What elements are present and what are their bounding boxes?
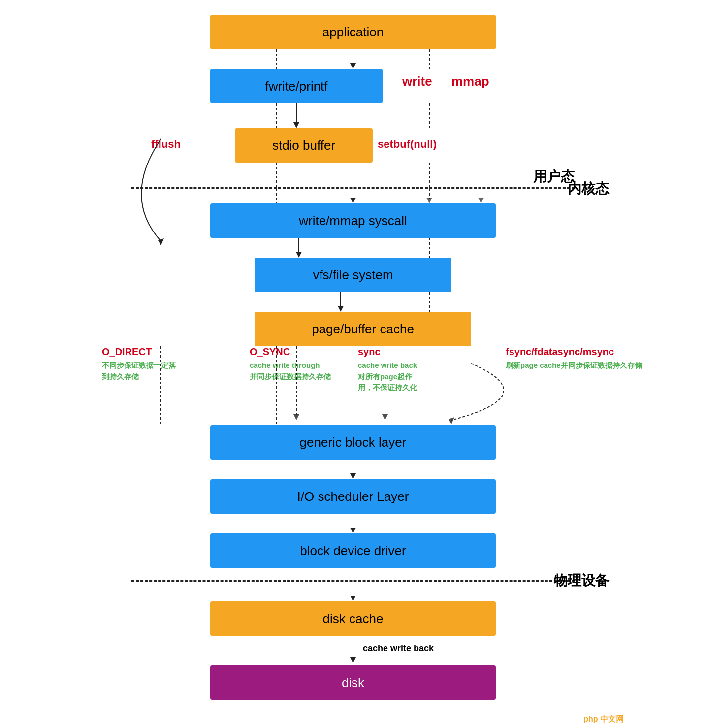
svg-marker-30: [293, 414, 299, 420]
stdio-buffer-block: stdio buffer: [235, 128, 373, 163]
svg-marker-41: [350, 657, 356, 663]
write-label: write: [402, 74, 432, 89]
watermark: php 中文网: [583, 714, 624, 725]
generic-block-layer-block: generic block layer: [210, 425, 496, 460]
vfs-label: vfs/file system: [313, 267, 393, 283]
write-syscall-block: write/mmap syscall: [210, 203, 496, 238]
block-device-block: block device driver: [210, 533, 496, 568]
disk-cache-block: disk cache: [210, 601, 496, 636]
io-scheduler-block: I/O scheduler Layer: [210, 479, 496, 514]
svg-marker-16: [350, 198, 356, 203]
fwrite-block: fwrite/printf: [210, 69, 383, 103]
svg-marker-20: [478, 198, 484, 203]
cache-write-back-bottom-label: cache write back: [363, 643, 434, 654]
fwrite-label: fwrite/printf: [265, 79, 327, 94]
o-direct-label: O_DIRECT: [102, 346, 200, 358]
page-buffer-cache-label: page/buffer cache: [312, 322, 414, 337]
o-direct-annotation: O_DIRECT 不同步保证数据一定落到持久存储: [102, 346, 200, 382]
write-syscall-label: write/mmap syscall: [299, 213, 407, 229]
svg-marker-2: [350, 63, 356, 69]
diagram-container: application fwrite/printf write mmap: [82, 0, 624, 728]
svg-marker-35: [350, 473, 356, 479]
o-sync-label: O_SYNC: [250, 346, 348, 358]
svg-marker-37: [350, 528, 356, 533]
fsync-desc: 刷新page cache并同步保证数据持久存储: [506, 360, 658, 371]
svg-marker-32: [382, 414, 388, 420]
fsync-annotation: fsync/fdatasync/msync 刷新page cache并同步保证数…: [506, 346, 658, 371]
io-scheduler-label: I/O scheduler Layer: [297, 489, 409, 504]
cache-write-back-label: cache write back对所有page起作用，不保证持久化: [358, 360, 447, 394]
generic-block-label: generic block layer: [300, 435, 407, 450]
stdio-buffer-label: stdio buffer: [272, 138, 335, 153]
sync-annotation: sync cache write back对所有page起作用，不保证持久化: [358, 346, 447, 394]
sync-label: sync: [358, 346, 447, 358]
o-sync-annotation: O_SYNC cache write through并同步保证数据持久存储: [250, 346, 348, 382]
svg-marker-25: [338, 306, 344, 312]
cache-write-through-label: cache write through并同步保证数据持久存储: [250, 360, 348, 382]
svg-marker-22: [296, 252, 302, 258]
svg-marker-18: [426, 198, 432, 203]
fsync-label: fsync/fdatasync/msync: [506, 346, 658, 358]
fflush-label: fflush: [151, 138, 181, 151]
disk-cache-label: disk cache: [323, 611, 384, 627]
svg-marker-33: [449, 417, 454, 424]
application-block: application: [210, 15, 496, 49]
application-label: application: [322, 25, 384, 40]
page-buffer-cache-block: page/buffer cache: [255, 312, 471, 346]
disk-block: disk: [210, 665, 496, 700]
vfs-block: vfs/file system: [255, 258, 451, 292]
block-device-label: block device driver: [300, 543, 406, 559]
physical-device-divider: [131, 580, 575, 582]
setbuf-label: setbuf(null): [378, 138, 437, 151]
physical-device-label: 物理设备: [554, 571, 609, 590]
disk-label: disk: [342, 675, 364, 691]
o-direct-desc: 不同步保证数据一定落到持久存储: [102, 360, 200, 382]
svg-marker-39: [350, 596, 356, 601]
mmap-label: mmap: [451, 74, 489, 89]
svg-marker-6: [293, 122, 299, 128]
